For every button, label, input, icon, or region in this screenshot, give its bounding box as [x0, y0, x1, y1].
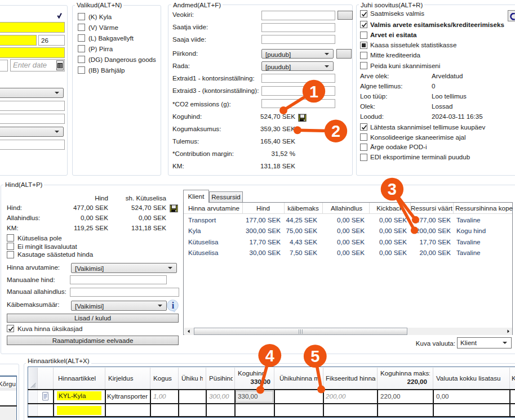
- svg-text:i: i: [172, 301, 175, 310]
